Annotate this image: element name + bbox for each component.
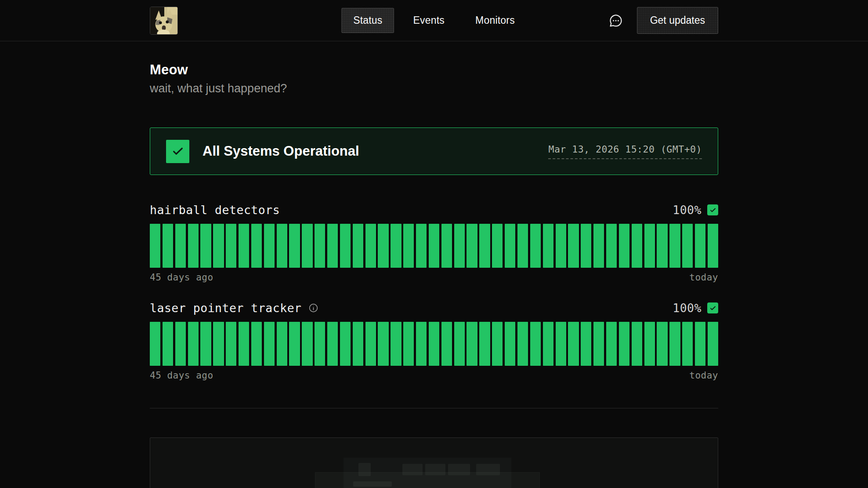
- uptime-day-bar[interactable]: [378, 322, 388, 366]
- uptime-day-bar[interactable]: [239, 224, 249, 268]
- uptime-day-bar[interactable]: [403, 224, 414, 268]
- uptime-day-bar[interactable]: [163, 224, 173, 268]
- uptime-day-bar[interactable]: [669, 322, 680, 366]
- uptime-day-bar[interactable]: [150, 322, 160, 366]
- uptime-day-bar[interactable]: [708, 322, 718, 366]
- uptime-day-bar[interactable]: [264, 322, 275, 366]
- uptime-day-bar[interactable]: [188, 322, 199, 366]
- uptime-day-bar[interactable]: [302, 224, 312, 268]
- uptime-day-bar[interactable]: [403, 322, 414, 366]
- uptime-day-bar[interactable]: [581, 322, 591, 366]
- uptime-day-bar[interactable]: [682, 224, 693, 268]
- nav-tab-status[interactable]: Status: [341, 8, 394, 33]
- uptime-day-bar[interactable]: [416, 322, 427, 366]
- uptime-day-bar[interactable]: [416, 224, 427, 268]
- uptime-day-bar[interactable]: [505, 322, 515, 366]
- uptime-day-bar[interactable]: [517, 322, 528, 366]
- uptime-day-bar[interactable]: [632, 322, 642, 366]
- uptime-day-bar[interactable]: [365, 224, 376, 268]
- status-timestamp[interactable]: Mar 13, 2026 15:20 (GMT+0): [548, 144, 702, 159]
- uptime-day-bar[interactable]: [619, 322, 629, 366]
- uptime-day-bar[interactable]: [340, 322, 351, 366]
- uptime-day-bar[interactable]: [251, 322, 262, 366]
- uptime-day-bar[interactable]: [226, 322, 236, 366]
- uptime-day-bar[interactable]: [277, 224, 287, 268]
- uptime-day-bar[interactable]: [378, 224, 388, 268]
- uptime-day-bar[interactable]: [353, 322, 363, 366]
- uptime-day-bar[interactable]: [353, 224, 363, 268]
- uptime-day-bar[interactable]: [302, 322, 312, 366]
- uptime-day-bar[interactable]: [264, 224, 275, 268]
- uptime-day-bar[interactable]: [606, 322, 617, 366]
- uptime-day-bar[interactable]: [606, 224, 617, 268]
- uptime-day-bar[interactable]: [695, 224, 705, 268]
- uptime-day-bar[interactable]: [315, 322, 325, 366]
- uptime-day-bar[interactable]: [467, 224, 477, 268]
- uptime-day-bar[interactable]: [441, 224, 452, 268]
- uptime-day-bar[interactable]: [657, 322, 667, 366]
- uptime-day-bar[interactable]: [530, 224, 541, 268]
- uptime-day-bar[interactable]: [289, 224, 300, 268]
- uptime-day-bar[interactable]: [695, 322, 705, 366]
- uptime-day-bar[interactable]: [644, 224, 655, 268]
- nav-tab-monitors[interactable]: Monitors: [463, 8, 527, 33]
- uptime-day-bar[interactable]: [644, 322, 655, 366]
- uptime-day-bar[interactable]: [188, 224, 199, 268]
- uptime-day-bar[interactable]: [226, 224, 236, 268]
- uptime-day-bar[interactable]: [213, 322, 224, 366]
- uptime-day-bar[interactable]: [568, 322, 579, 366]
- uptime-day-bar[interactable]: [517, 224, 528, 268]
- uptime-day-bar[interactable]: [365, 322, 376, 366]
- feedback-chat-button[interactable]: [607, 12, 625, 29]
- uptime-day-bar[interactable]: [530, 322, 541, 366]
- uptime-day-bar[interactable]: [619, 224, 629, 268]
- uptime-day-bar[interactable]: [479, 224, 490, 268]
- mockup-text-block: [353, 481, 392, 487]
- uptime-day-bar[interactable]: [150, 224, 160, 268]
- uptime-day-bar[interactable]: [200, 322, 211, 366]
- uptime-day-bar[interactable]: [657, 224, 667, 268]
- uptime-day-bar[interactable]: [708, 224, 718, 268]
- uptime-day-bar[interactable]: [277, 322, 287, 366]
- uptime-day-bar[interactable]: [505, 224, 515, 268]
- site-logo[interactable]: [150, 7, 178, 35]
- uptime-day-bar[interactable]: [682, 322, 693, 366]
- uptime-day-bar[interactable]: [479, 322, 490, 366]
- uptime-day-bar[interactable]: [581, 224, 591, 268]
- uptime-day-bar[interactable]: [441, 322, 452, 366]
- uptime-day-bar[interactable]: [163, 322, 173, 366]
- uptime-day-bar[interactable]: [213, 224, 224, 268]
- uptime-day-bar[interactable]: [251, 224, 262, 268]
- monitor-info-button[interactable]: [308, 303, 318, 313]
- uptime-day-bar[interactable]: [543, 322, 553, 366]
- uptime-day-bar[interactable]: [429, 322, 439, 366]
- uptime-day-bar[interactable]: [391, 224, 401, 268]
- uptime-day-bar[interactable]: [391, 322, 401, 366]
- uptime-day-bar[interactable]: [632, 224, 642, 268]
- uptime-day-bar[interactable]: [593, 224, 604, 268]
- uptime-day-bar[interactable]: [327, 322, 338, 366]
- navbar: Status Events Monitors Get updates: [0, 0, 868, 41]
- uptime-day-bar[interactable]: [327, 224, 338, 268]
- uptime-day-bar[interactable]: [492, 224, 503, 268]
- uptime-day-bar[interactable]: [543, 224, 553, 268]
- uptime-day-bar[interactable]: [175, 224, 186, 268]
- uptime-day-bar[interactable]: [454, 224, 465, 268]
- uptime-day-bar[interactable]: [340, 224, 351, 268]
- uptime-day-bar[interactable]: [429, 224, 439, 268]
- uptime-day-bar[interactable]: [669, 224, 680, 268]
- uptime-day-bar[interactable]: [492, 322, 503, 366]
- uptime-day-bar[interactable]: [467, 322, 477, 366]
- uptime-day-bar[interactable]: [454, 322, 465, 366]
- uptime-day-bar[interactable]: [289, 322, 300, 366]
- uptime-day-bar[interactable]: [175, 322, 186, 366]
- get-updates-button[interactable]: Get updates: [637, 7, 718, 34]
- uptime-day-bar[interactable]: [556, 322, 566, 366]
- uptime-day-bar[interactable]: [239, 322, 249, 366]
- uptime-day-bar[interactable]: [568, 224, 579, 268]
- uptime-day-bar[interactable]: [315, 224, 325, 268]
- uptime-day-bar[interactable]: [593, 322, 604, 366]
- uptime-day-bar[interactable]: [200, 224, 211, 268]
- nav-tab-events[interactable]: Events: [401, 8, 457, 33]
- uptime-day-bar[interactable]: [556, 224, 566, 268]
